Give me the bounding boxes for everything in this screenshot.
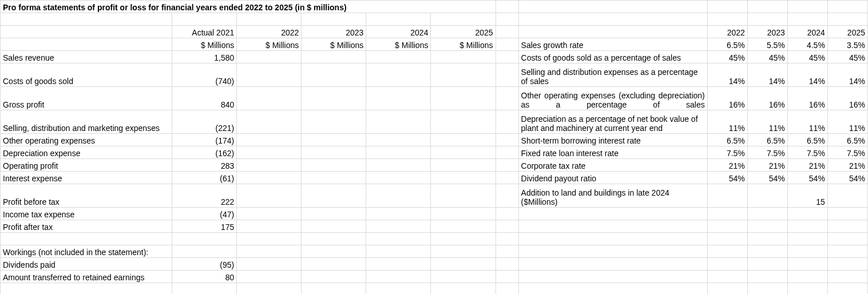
cell[interactable]: [496, 159, 518, 172]
cell[interactable]: [787, 1, 827, 13]
cell[interactable]: [302, 51, 366, 63]
cell[interactable]: [827, 258, 867, 271]
cell[interactable]: [366, 184, 431, 208]
cell[interactable]: [707, 258, 747, 271]
cell[interactable]: [431, 245, 496, 258]
cell[interactable]: [431, 63, 496, 87]
cell[interactable]: [431, 184, 496, 208]
cell[interactable]: [431, 172, 496, 184]
cell[interactable]: [366, 134, 431, 146]
cell[interactable]: [747, 283, 787, 295]
cell[interactable]: [747, 220, 787, 233]
cell[interactable]: [827, 13, 867, 26]
cell[interactable]: [302, 233, 366, 245]
cell[interactable]: [431, 283, 496, 295]
cell[interactable]: [302, 283, 366, 295]
cell[interactable]: [431, 51, 496, 63]
cell[interactable]: [496, 1, 518, 13]
cell[interactable]: [707, 1, 747, 13]
cell[interactable]: [496, 245, 518, 258]
cell[interactable]: [827, 245, 867, 258]
cell[interactable]: [496, 233, 518, 245]
cell[interactable]: [496, 63, 518, 87]
cell[interactable]: [787, 271, 827, 283]
cell[interactable]: [237, 134, 302, 146]
cell[interactable]: [496, 51, 518, 63]
cell[interactable]: [366, 110, 431, 134]
cell[interactable]: [237, 208, 302, 220]
cell[interactable]: [366, 245, 431, 258]
cell[interactable]: [707, 220, 747, 233]
cell[interactable]: [302, 258, 366, 271]
cell[interactable]: [237, 172, 302, 184]
cell[interactable]: [302, 220, 366, 233]
cell[interactable]: [366, 220, 431, 233]
cell[interactable]: [431, 87, 496, 110]
cell[interactable]: [787, 233, 827, 245]
cell[interactable]: [496, 13, 518, 26]
cell[interactable]: [707, 13, 747, 26]
cell[interactable]: [431, 13, 496, 26]
cell[interactable]: [747, 233, 787, 245]
cell[interactable]: [302, 271, 366, 283]
cell[interactable]: [431, 271, 496, 283]
cell[interactable]: [496, 208, 518, 220]
cell[interactable]: [237, 110, 302, 134]
cell[interactable]: [302, 159, 366, 172]
cell[interactable]: [237, 220, 302, 233]
cell[interactable]: [302, 134, 366, 146]
cell[interactable]: [302, 184, 366, 208]
cell[interactable]: [747, 271, 787, 283]
cell[interactable]: [302, 146, 366, 159]
cell[interactable]: [237, 63, 302, 87]
cell[interactable]: [496, 172, 518, 184]
cell[interactable]: [827, 1, 867, 13]
cell[interactable]: [827, 208, 867, 220]
cell[interactable]: [237, 159, 302, 172]
cell[interactable]: [237, 184, 302, 208]
cell[interactable]: [496, 26, 518, 38]
cell[interactable]: [237, 283, 302, 295]
cell[interactable]: [496, 283, 518, 295]
cell[interactable]: [518, 245, 707, 258]
cell[interactable]: [787, 258, 827, 271]
cell[interactable]: [518, 233, 707, 245]
cell[interactable]: [747, 13, 787, 26]
cell[interactable]: [747, 1, 787, 13]
cell[interactable]: [366, 13, 431, 26]
cell[interactable]: [518, 283, 707, 295]
cell[interactable]: [237, 233, 302, 245]
cell[interactable]: [496, 38, 518, 51]
cell[interactable]: [707, 245, 747, 258]
cell[interactable]: [827, 271, 867, 283]
cell[interactable]: [302, 245, 366, 258]
cell[interactable]: [787, 13, 827, 26]
cell[interactable]: [172, 283, 237, 295]
cell[interactable]: [518, 271, 707, 283]
cell[interactable]: [1, 13, 172, 26]
cell[interactable]: [827, 283, 867, 295]
cell[interactable]: [707, 283, 747, 295]
cell[interactable]: [496, 258, 518, 271]
cell[interactable]: [787, 245, 827, 258]
cell[interactable]: [172, 233, 237, 245]
cell[interactable]: [496, 87, 518, 110]
cell[interactable]: [366, 159, 431, 172]
cell[interactable]: [237, 51, 302, 63]
cell[interactable]: [496, 110, 518, 134]
cell[interactable]: [496, 271, 518, 283]
cell[interactable]: [496, 146, 518, 159]
cell[interactable]: [366, 87, 431, 110]
cell[interactable]: [431, 159, 496, 172]
cell[interactable]: [237, 258, 302, 271]
cell[interactable]: [787, 220, 827, 233]
cell[interactable]: [747, 208, 787, 220]
cell[interactable]: [366, 233, 431, 245]
cell[interactable]: [787, 208, 827, 220]
cell[interactable]: [707, 208, 747, 220]
cell[interactable]: [366, 146, 431, 159]
cell[interactable]: [496, 184, 518, 208]
cell[interactable]: [302, 63, 366, 87]
cell[interactable]: [431, 146, 496, 159]
cell[interactable]: [366, 208, 431, 220]
